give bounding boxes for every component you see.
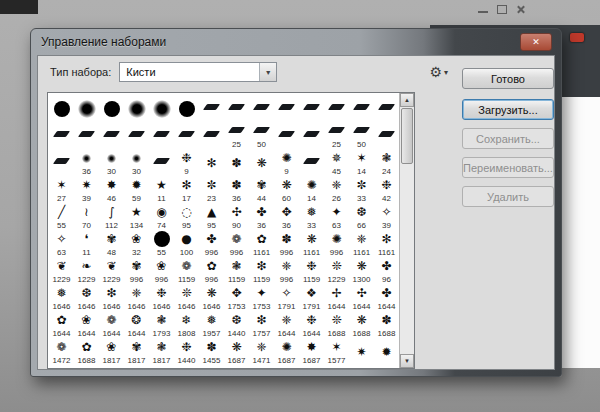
brush-preset[interactable]: 30 bbox=[99, 149, 124, 176]
brush-preset[interactable]: ✤36 bbox=[249, 203, 274, 230]
brush-preset[interactable]: ✦63 bbox=[324, 203, 349, 230]
brush-preset[interactable]: ✻17 bbox=[174, 176, 199, 203]
brush-preset[interactable] bbox=[174, 95, 199, 122]
maximize-icon[interactable] bbox=[497, 5, 507, 14]
brush-preset[interactable]: 50 bbox=[349, 122, 374, 149]
brush-preset[interactable]: ❈26 bbox=[324, 176, 349, 203]
brush-preset[interactable]: ❋1300 bbox=[349, 257, 374, 284]
brush-preset[interactable] bbox=[199, 122, 224, 149]
brush-preset[interactable]: ❦1229 bbox=[99, 257, 124, 284]
brush-preset[interactable]: ❉1159 bbox=[299, 257, 324, 284]
brush-preset[interactable]: ✺996 bbox=[324, 230, 349, 257]
brush-preset[interactable]: ❄1808 bbox=[174, 311, 199, 338]
brush-preset[interactable]: 55 bbox=[149, 230, 174, 257]
brush-preset[interactable] bbox=[324, 95, 349, 122]
brush-preset[interactable]: ✿1644 bbox=[49, 311, 74, 338]
brush-preset[interactable]: ❋1161 bbox=[299, 230, 324, 257]
brush-preset[interactable]: ✧1791 bbox=[274, 284, 299, 311]
brush-preset[interactable] bbox=[49, 149, 74, 176]
brush-preset[interactable]: 25 bbox=[324, 122, 349, 149]
brush-preset[interactable] bbox=[99, 122, 124, 149]
brush-preset[interactable] bbox=[49, 122, 74, 149]
brush-preset[interactable]: ✾996 bbox=[124, 257, 149, 284]
brush-preset[interactable]: ❋ bbox=[249, 149, 274, 176]
brush-preset[interactable]: ❈1471 bbox=[249, 338, 274, 365]
brush-preset[interactable]: 50 bbox=[249, 122, 274, 149]
brush-preset[interactable]: ❀996 bbox=[149, 257, 174, 284]
scrollbar[interactable]: ▲ ▼ bbox=[399, 93, 414, 368]
brush-preset[interactable]: ❖1791 bbox=[299, 284, 324, 311]
brush-preset[interactable]: ❁1644 bbox=[99, 311, 124, 338]
brush-preset[interactable] bbox=[199, 95, 224, 122]
brush-preset[interactable]: ❅33 bbox=[299, 203, 324, 230]
brush-preset[interactable]: ✼33 bbox=[349, 176, 374, 203]
brush-preset[interactable]: ✿996 bbox=[199, 257, 224, 284]
brush-preset[interactable]: 25 bbox=[224, 122, 249, 149]
brush-preset[interactable]: ✻ bbox=[199, 149, 224, 176]
brush-preset[interactable]: ≀70 bbox=[74, 203, 99, 230]
brush-preset[interactable] bbox=[299, 122, 324, 149]
brush-preset[interactable] bbox=[124, 122, 149, 149]
brush-preset[interactable]: ❋60 bbox=[274, 176, 299, 203]
scroll-down-button[interactable]: ▼ bbox=[400, 354, 414, 368]
brush-preset[interactable]: ✾48 bbox=[99, 230, 124, 257]
dialog-titlebar[interactable]: Управление наборами ✕ bbox=[31, 29, 561, 55]
scrollbar-thumb[interactable] bbox=[401, 108, 413, 164]
brush-preset[interactable]: ★134 bbox=[124, 203, 149, 230]
brush-preset[interactable]: ❈1161 bbox=[349, 230, 374, 257]
brush-preset[interactable]: ❂1644 bbox=[124, 311, 149, 338]
brush-preset[interactable]: ✷ bbox=[349, 338, 374, 365]
brush-preset[interactable]: ✸1687 bbox=[299, 338, 324, 365]
brush-preset[interactable] bbox=[74, 95, 99, 122]
brush-preset[interactable] bbox=[299, 95, 324, 122]
brush-preset[interactable]: ✽ bbox=[224, 149, 249, 176]
preset-menu-button[interactable]: ⚙ ▾ bbox=[429, 65, 448, 79]
brush-preset[interactable]: ❛11 bbox=[74, 230, 99, 257]
brush-preset[interactable]: ❇1646 bbox=[99, 284, 124, 311]
brush-preset[interactable]: ✶14 bbox=[349, 149, 374, 176]
brush-preset[interactable]: ╱55 bbox=[49, 203, 74, 230]
brush-preset[interactable]: ✼23 bbox=[199, 176, 224, 203]
brush-preset[interactable]: ❋1646 bbox=[199, 284, 224, 311]
brush-preset[interactable]: ❦1229 bbox=[49, 257, 74, 284]
brush-preset[interactable]: ✹59 bbox=[124, 176, 149, 203]
brush-preset[interactable]: ●100 bbox=[174, 230, 199, 257]
brush-preset[interactable]: ❈1646 bbox=[124, 284, 149, 311]
dialog-close-button[interactable]: ✕ bbox=[520, 33, 552, 51]
brush-preset[interactable]: ✤996 bbox=[199, 230, 224, 257]
brush-preset[interactable]: ❁996 bbox=[224, 230, 249, 257]
brush-preset[interactable]: ▲95 bbox=[199, 203, 224, 230]
brush-preset[interactable]: ❆1440 bbox=[224, 311, 249, 338]
red-button-badge[interactable] bbox=[570, 33, 584, 42]
brush-preset[interactable]: ❉42 bbox=[374, 176, 399, 203]
brush-preset[interactable]: ❋1687 bbox=[224, 338, 249, 365]
brush-preset[interactable]: ❉1646 bbox=[149, 284, 174, 311]
brush-preset[interactable] bbox=[374, 95, 399, 122]
brush-preset[interactable]: ❧1229 bbox=[74, 257, 99, 284]
brush-preset[interactable] bbox=[149, 122, 174, 149]
brush-preset[interactable] bbox=[74, 122, 99, 149]
brush-preset[interactable]: ❊1646 bbox=[174, 284, 199, 311]
brush-preset[interactable]: ❋1688 bbox=[349, 311, 374, 338]
brush-preset[interactable]: ✹ bbox=[374, 338, 399, 365]
brush-preset[interactable]: ❊1688 bbox=[324, 311, 349, 338]
brush-preset[interactable]: ✽996 bbox=[274, 230, 299, 257]
brush-preset[interactable]: ❊1229 bbox=[324, 257, 349, 284]
brush-preset[interactable]: ✺9 bbox=[274, 149, 299, 176]
brush-preset[interactable]: 30 bbox=[124, 149, 149, 176]
brush-preset[interactable]: ∫112 bbox=[99, 203, 124, 230]
brush-preset[interactable]: ✿1688 bbox=[74, 338, 99, 365]
brush-preset[interactable] bbox=[124, 95, 149, 122]
brush-preset[interactable] bbox=[274, 122, 299, 149]
brush-preset[interactable]: ❀1644 bbox=[74, 311, 99, 338]
brush-preset[interactable]: ✣90 bbox=[224, 203, 249, 230]
brush-preset[interactable]: ✻1161 bbox=[374, 230, 399, 257]
brush-preset[interactable]: ✿1161 bbox=[249, 230, 274, 257]
brush-preset[interactable]: ✷39 bbox=[74, 176, 99, 203]
brush-preset[interactable]: ✶1577 bbox=[324, 338, 349, 365]
brush-preset[interactable]: ❆66 bbox=[349, 203, 374, 230]
brush-preset[interactable]: ❃24 bbox=[374, 149, 399, 176]
close-icon[interactable] bbox=[516, 5, 525, 14]
brush-preset[interactable]: ✺14 bbox=[299, 176, 324, 203]
brush-preset[interactable] bbox=[149, 149, 174, 176]
